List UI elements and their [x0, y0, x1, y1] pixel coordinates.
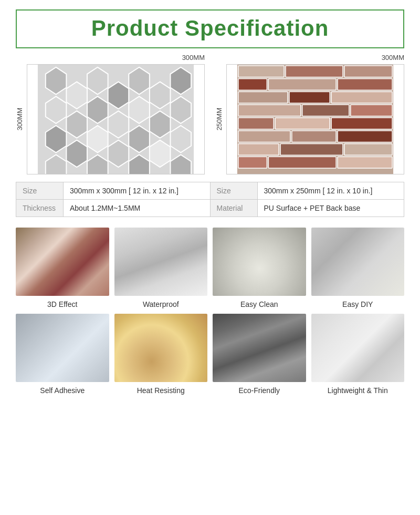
spec-size-left-value: 300mm x 300mm [ 12 in. x 12 in.]	[64, 182, 210, 199]
svg-rect-48	[280, 144, 343, 156]
spec-size-right-label: Size	[211, 182, 258, 199]
feature-item-4: Self Adhesive	[16, 314, 109, 395]
feature-item-1: Waterproof	[114, 228, 208, 308]
svg-rect-47	[238, 144, 279, 156]
spec-size-left-label: Size	[16, 182, 64, 199]
feature-img-2	[213, 228, 306, 296]
tile1-image-wrapper: 300MM 300MM	[16, 64, 205, 174]
feature-label-6: Eco-Friendly	[238, 386, 280, 395]
svg-rect-50	[238, 157, 267, 168]
feature-item-3: Easy DIY	[311, 228, 405, 308]
tile1-left-label: 300MM	[16, 108, 24, 130]
page-title: Product Specification	[91, 16, 329, 40]
spec-size-right: Size 300mm x 250mm [ 12 in. x 10 in.]	[210, 182, 404, 199]
tile2-top-label: 300MM	[382, 54, 404, 61]
feature-item-2: Easy Clean	[213, 228, 306, 308]
header-box: Product Specification	[16, 9, 404, 48]
svg-rect-51	[268, 157, 336, 168]
spec-material-label: Material	[211, 200, 258, 217]
svg-rect-49	[344, 144, 392, 156]
svg-rect-42	[275, 118, 330, 129]
feature-item-5: Heat Resisting	[114, 314, 208, 395]
svg-rect-36	[289, 92, 330, 104]
feature-img-1	[114, 228, 208, 296]
svg-rect-37	[331, 92, 392, 104]
spec-material-right: Material PU Surface + PET Back base	[210, 200, 404, 217]
feature-img-6	[213, 314, 306, 382]
spec-thickness-value: About 1.2MM~1.5MM	[64, 200, 210, 217]
tile2-left-label: 250MM	[215, 108, 223, 130]
feature-label-5: Heat Resisting	[137, 386, 185, 395]
tile1-image	[27, 64, 205, 174]
spec-table: Size 300mm x 300mm [ 12 in. x 12 in.] Si…	[16, 182, 404, 217]
svg-rect-33	[268, 79, 336, 90]
svg-rect-41	[238, 118, 274, 129]
svg-rect-38	[238, 105, 301, 116]
spec-size-left: Size 300mm x 300mm [ 12 in. x 12 in.]	[16, 182, 210, 199]
svg-rect-52	[338, 157, 392, 168]
spec-material-value: PU Surface + PET Back base	[258, 200, 404, 217]
svg-rect-30	[286, 66, 343, 77]
feature-img-3	[311, 228, 405, 296]
feature-img-0	[16, 228, 109, 296]
feature-img-4	[16, 314, 109, 382]
feature-label-1: Waterproof	[143, 300, 179, 308]
feature-label-7: Lightweight & Thin	[328, 386, 388, 395]
svg-rect-40	[351, 105, 392, 116]
svg-rect-43	[331, 118, 392, 129]
feature-item-7: Lightweight & Thin	[311, 314, 405, 395]
tile1-top-label: 300MM	[182, 54, 205, 61]
svg-rect-32	[238, 79, 267, 90]
features-grid: 3D EffectWaterproofEasy CleanEasy DIYSel…	[16, 228, 404, 395]
tile2-image-wrapper: 250MM 300MM	[215, 64, 404, 174]
svg-rect-45	[292, 131, 336, 142]
tiles-section: 300MM 300MM	[0, 54, 420, 174]
svg-rect-46	[338, 131, 392, 142]
svg-rect-34	[338, 79, 392, 90]
svg-rect-35	[238, 92, 288, 104]
spec-thickness-left: Thickness About 1.2MM~1.5MM	[16, 200, 210, 217]
svg-rect-29	[238, 66, 284, 77]
feature-item-0: 3D Effect	[16, 228, 109, 308]
feature-label-2: Easy Clean	[240, 300, 278, 308]
feature-label-3: Easy DIY	[342, 300, 373, 308]
spec-size-right-value: 300mm x 250mm [ 12 in. x 10 in.]	[258, 182, 404, 199]
feature-label-0: 3D Effect	[47, 300, 77, 308]
spec-row-1: Size 300mm x 300mm [ 12 in. x 12 in.] Si…	[16, 182, 404, 199]
svg-rect-39	[302, 105, 349, 116]
feature-img-5	[114, 314, 208, 382]
features-section: 3D EffectWaterproofEasy CleanEasy DIYSel…	[0, 217, 420, 400]
feature-img-7	[311, 314, 405, 382]
spec-row-2: Thickness About 1.2MM~1.5MM Material PU …	[16, 199, 404, 217]
tile2-image	[226, 64, 404, 174]
svg-rect-31	[344, 66, 392, 77]
tile1-block: 300MM 300MM	[16, 64, 205, 174]
feature-label-4: Self Adhesive	[40, 386, 85, 395]
spec-thickness-label: Thickness	[16, 200, 64, 217]
tile2-block: 250MM 300MM	[215, 64, 404, 174]
feature-item-6: Eco-Friendly	[213, 314, 306, 395]
svg-rect-44	[238, 131, 290, 142]
